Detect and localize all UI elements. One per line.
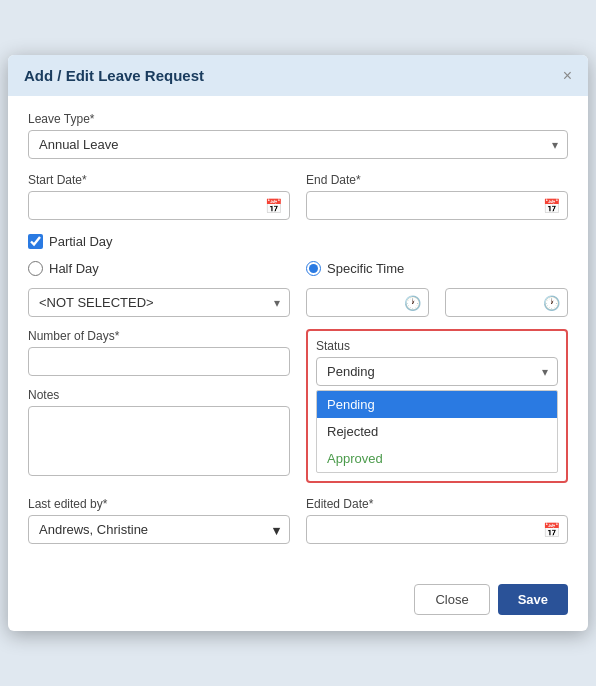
not-selected-select[interactable]: <NOT SELECTED> <box>28 288 290 317</box>
leave-type-row: Leave Type* Annual Leave Sick Leave Pers… <box>28 112 568 159</box>
left-partial: Half Day <NOT SELECTED> <box>28 261 290 317</box>
start-date-wrapper: 26/04/2023 📅 <box>28 191 290 220</box>
status-option-rejected[interactable]: Rejected <box>317 418 557 445</box>
status-border-box: Status Pending Rejected Approved Pending… <box>306 329 568 483</box>
edited-date-wrapper: 25/04/2023 📅 <box>306 515 568 544</box>
time-from-wrapper: 14:00 🕐 <box>306 288 429 317</box>
close-button[interactable]: Close <box>414 584 489 615</box>
specific-time-radio[interactable] <box>306 261 321 276</box>
partial-day-checkbox[interactable] <box>28 234 43 249</box>
time-to-wrapper: 15:00 🕐 <box>445 288 568 317</box>
status-col: Status Pending Rejected Approved Pending… <box>306 329 568 483</box>
not-selected-wrapper: <NOT SELECTED> <box>28 288 290 317</box>
status-label: Status <box>316 339 558 353</box>
dialog: Add / Edit Leave Request × Leave Type* A… <box>8 55 588 631</box>
number-status-row: Number of Days* 0.1 Notes Status Pending… <box>28 329 568 483</box>
status-option-pending[interactable]: Pending <box>317 391 557 418</box>
number-of-days-label: Number of Days* <box>28 329 290 343</box>
status-option-approved[interactable]: Approved <box>317 445 557 472</box>
close-icon[interactable]: × <box>563 68 572 84</box>
number-of-days-input[interactable]: 0.1 <box>28 347 290 376</box>
radio-group: Half Day <box>28 261 290 276</box>
edited-date-label: Edited Date* <box>306 497 568 511</box>
bottom-row: Last edited by* Andrews, Christine Edite… <box>28 497 568 544</box>
date-row: Start Date* 26/04/2023 📅 End Date* 26/04… <box>28 173 568 220</box>
edited-date-col: Edited Date* 25/04/2023 📅 <box>306 497 568 544</box>
dialog-title: Add / Edit Leave Request <box>24 67 204 84</box>
end-date-col: End Date* 26/04/2023 📅 <box>306 173 568 220</box>
dialog-body: Leave Type* Annual Leave Sick Leave Pers… <box>8 96 588 574</box>
status-dropdown-list: Pending Rejected Approved <box>316 390 558 473</box>
start-date-col: Start Date* 26/04/2023 📅 <box>28 173 290 220</box>
save-button[interactable]: Save <box>498 584 568 615</box>
specific-time-radio-item: Specific Time <box>306 261 404 276</box>
dialog-header: Add / Edit Leave Request × <box>8 55 588 96</box>
time-to-input[interactable]: 15:00 <box>445 288 568 317</box>
time-row: 14:00 🕐 15:00 🕐 <box>306 288 568 317</box>
number-of-days-col: Number of Days* 0.1 Notes <box>28 329 290 483</box>
end-date-wrapper: 26/04/2023 📅 <box>306 191 568 220</box>
leave-type-select[interactable]: Annual Leave Sick Leave Personal Leave <box>28 130 568 159</box>
partial-day-row: Partial Day <box>28 234 568 249</box>
leave-type-select-wrapper: Annual Leave Sick Leave Personal Leave <box>28 130 568 159</box>
time-from-input[interactable]: 14:00 <box>306 288 429 317</box>
half-day-label: Half Day <box>49 261 99 276</box>
end-date-label: End Date* <box>306 173 568 187</box>
start-date-input[interactable]: 26/04/2023 <box>28 191 290 220</box>
partial-day-label: Partial Day <box>49 234 113 249</box>
start-date-label: Start Date* <box>28 173 290 187</box>
notes-label: Notes <box>28 388 290 402</box>
last-edited-select[interactable]: Andrews, Christine <box>28 515 290 544</box>
dialog-footer: Close Save <box>8 574 588 631</box>
status-select[interactable]: Pending Rejected Approved <box>316 357 558 386</box>
last-edited-col: Last edited by* Andrews, Christine <box>28 497 290 544</box>
last-edited-label: Last edited by* <box>28 497 290 511</box>
edited-date-input[interactable]: 25/04/2023 <box>306 515 568 544</box>
notes-textarea[interactable] <box>28 406 290 476</box>
status-select-wrapper: Pending Rejected Approved <box>316 357 558 386</box>
partial-options-row: Half Day <NOT SELECTED> Specific Time <box>28 261 568 317</box>
last-edited-wrapper: Andrews, Christine <box>28 515 290 544</box>
half-day-radio-item: Half Day <box>28 261 99 276</box>
end-date-input[interactable]: 26/04/2023 <box>306 191 568 220</box>
half-day-radio[interactable] <box>28 261 43 276</box>
specific-time-label: Specific Time <box>327 261 404 276</box>
leave-type-label: Leave Type* <box>28 112 568 126</box>
specific-time-radio-group: Specific Time <box>306 261 568 276</box>
right-partial: Specific Time 14:00 🕐 15:00 🕐 <box>306 261 568 317</box>
